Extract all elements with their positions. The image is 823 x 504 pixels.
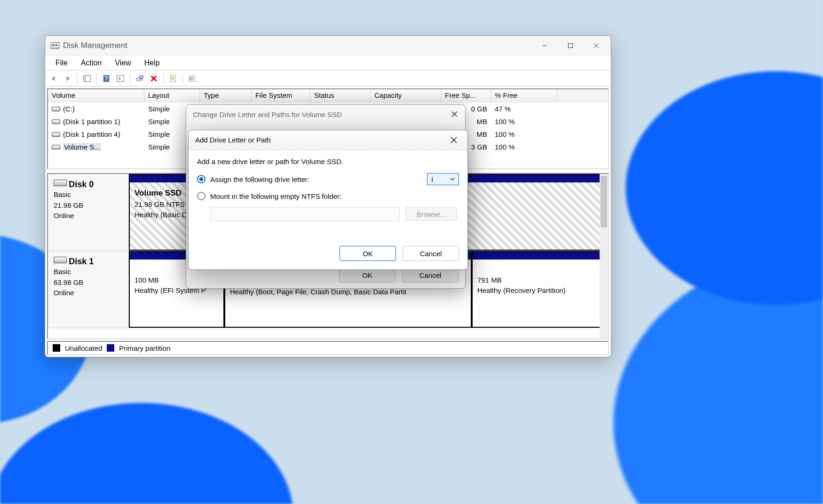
volume-icon <box>52 145 60 150</box>
svg-rect-1 <box>84 75 90 81</box>
properties-icon[interactable] <box>167 73 179 84</box>
column-layout[interactable]: Layout <box>144 89 200 102</box>
forward-icon[interactable] <box>62 73 73 84</box>
partition-header <box>473 252 607 260</box>
menu-action[interactable]: Action <box>74 57 108 69</box>
browse-button[interactable]: Browse... <box>405 207 457 221</box>
cell-volume: (C:) <box>48 104 144 114</box>
cell-pctfree: 100 % <box>491 129 557 139</box>
toolbar: ? <box>45 71 611 87</box>
cancel-button[interactable]: Cancel <box>403 246 459 261</box>
disk-meta[interactable]: Disk 1Basic63.98 GBOnline <box>48 251 129 328</box>
column-type[interactable]: Type <box>200 89 252 102</box>
column-filesystem[interactable]: File System <box>252 89 310 102</box>
drive-letter-value: I <box>431 175 433 183</box>
settings-icon[interactable] <box>187 73 198 84</box>
legend-primary-swatch <box>107 344 114 352</box>
menu-help[interactable]: Help <box>138 57 166 69</box>
volume-list-header: Volume Layout Type File System Status Ca… <box>48 89 608 102</box>
mount-folder-label: Mount in the following empty NTFS folder… <box>210 192 341 200</box>
dialog-titlebar[interactable]: Add Drive Letter or Path <box>189 130 467 150</box>
close-button[interactable] <box>583 36 609 55</box>
cell-volume: (Disk 1 partition 4) <box>48 129 144 139</box>
assign-letter-radio[interactable] <box>197 175 206 183</box>
close-button[interactable] <box>447 133 461 147</box>
back-icon[interactable] <box>48 73 59 84</box>
column-volume[interactable]: Volume <box>48 89 144 102</box>
close-icon[interactable]: ✕ <box>451 109 459 120</box>
svg-rect-7 <box>171 75 176 81</box>
svg-rect-0 <box>568 43 572 47</box>
disk-icon <box>54 257 67 263</box>
dialog-title: Add Drive Letter or Path <box>195 136 271 144</box>
column-pctfree[interactable]: % Free <box>491 89 557 102</box>
svg-rect-5 <box>136 78 142 81</box>
disk-icon <box>54 180 67 186</box>
volume-icon <box>52 107 60 111</box>
toolbar-separator <box>182 73 183 84</box>
svg-text:?: ? <box>104 74 108 81</box>
cell-volume: Volume S... <box>48 142 144 152</box>
delete-icon[interactable] <box>148 73 159 84</box>
volume-icon <box>52 119 60 124</box>
dialog-description: Add a new drive letter or path for Volum… <box>197 158 459 165</box>
maximize-button[interactable] <box>557 36 583 55</box>
toolbar-separator <box>130 73 130 84</box>
scrollbar-thumb[interactable] <box>601 176 607 228</box>
show-hide-tree-icon[interactable] <box>81 73 93 84</box>
refresh-icon[interactable] <box>134 73 145 84</box>
column-capacity[interactable]: Capacity <box>371 89 441 102</box>
minimize-button[interactable] <box>531 36 557 55</box>
menubar: File Action View Help <box>45 55 611 71</box>
cell-pctfree: 47 % <box>491 104 557 114</box>
add-drive-letter-dialog: Add Drive Letter or Path Add a new drive… <box>188 130 468 270</box>
column-freespace[interactable]: Free Sp... <box>441 89 491 102</box>
dialog-title: Change Drive Letter and Paths for Volume… <box>193 110 342 118</box>
disk-meta[interactable]: Disk 0Basic21.98 GBOnline <box>48 174 129 251</box>
cell-pctfree: 100 % <box>491 117 557 126</box>
toolbar-separator <box>163 73 164 84</box>
action-pane-icon[interactable] <box>115 73 126 84</box>
help-icon[interactable]: ? <box>101 73 112 84</box>
mount-folder-radio[interactable] <box>197 192 206 200</box>
legend-unallocated-swatch <box>53 344 60 352</box>
volume-icon <box>52 132 60 137</box>
chevron-down-icon <box>450 177 455 181</box>
dialog-titlebar[interactable]: Change Drive Letter and Paths for Volume… <box>186 105 465 124</box>
app-icon <box>51 42 59 49</box>
mount-path-input[interactable] <box>210 207 400 221</box>
legend-primary-label: Primary partition <box>119 344 170 352</box>
legend-unallocated-label: Unallocated <box>65 344 102 352</box>
scrollbar-vertical[interactable] <box>600 174 608 338</box>
toolbar-separator <box>96 73 97 84</box>
column-status[interactable]: Status <box>310 89 371 102</box>
cell-pctfree: 100 % <box>491 142 557 152</box>
partition[interactable]: 791 MBHealthy (Recovery Partition) <box>472 251 608 328</box>
titlebar[interactable]: Disk Management <box>45 36 611 55</box>
cell-volume: (Disk 1 partition 1) <box>48 117 144 126</box>
drive-letter-dropdown[interactable]: I <box>427 173 459 185</box>
menu-view[interactable]: View <box>108 57 137 69</box>
menu-file[interactable]: File <box>49 57 74 69</box>
legend: Unallocated Primary partition <box>47 341 609 355</box>
window-title: Disk Management <box>63 41 531 50</box>
toolbar-separator <box>77 73 78 84</box>
assign-letter-label: Assign the following drive letter: <box>210 175 309 183</box>
ok-button[interactable]: OK <box>340 246 396 261</box>
